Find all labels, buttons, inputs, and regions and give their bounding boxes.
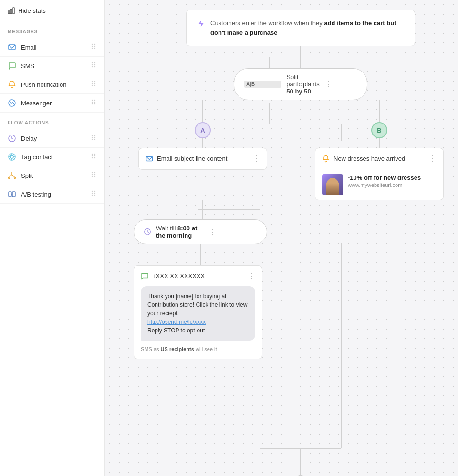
- connector-a-3: [202, 200, 203, 219]
- svg-point-9: [94, 48, 95, 49]
- svg-point-43: [94, 154, 95, 155]
- ab-badge: A|B: [244, 81, 281, 88]
- sms-icon: [8, 62, 16, 70]
- svg-point-16: [92, 81, 93, 82]
- notif-person: [326, 178, 339, 195]
- svg-rect-0: [8, 11, 10, 14]
- sidebar-item-ab[interactable]: A/B testing: [0, 185, 104, 204]
- drag-handle-ab[interactable]: [90, 190, 97, 198]
- svg-point-31: [94, 135, 95, 136]
- split-pill[interactable]: A|B Split participiants 50 by 50 ⋮: [234, 68, 367, 100]
- svg-point-17: [94, 81, 95, 82]
- svg-point-11: [94, 62, 95, 63]
- drag-handle-split[interactable]: [90, 171, 97, 180]
- messenger-icon: [8, 99, 16, 107]
- flow-container: Customers enter the workflow when they a…: [124, 10, 458, 359]
- sms-card-menu[interactable]: ⋮: [248, 271, 255, 280]
- svg-point-13: [94, 64, 95, 65]
- branch-a-col: A Email subject line content ⋮: [134, 100, 272, 200]
- bar-chart-icon: [8, 7, 15, 14]
- wait-pill-wrapper: Wait till 8:00 at the morning ⋮: [134, 219, 458, 244]
- drag-handle-sms[interactable]: [90, 62, 97, 70]
- wait-pill-menu[interactable]: ⋮: [209, 228, 257, 237]
- svg-point-28: [94, 103, 95, 104]
- drag-handle-delay[interactable]: [90, 134, 97, 143]
- svg-point-24: [94, 100, 95, 101]
- connector-wait-sms: [200, 244, 201, 265]
- svg-point-63: [94, 191, 95, 192]
- drag-handle-push[interactable]: [90, 80, 97, 89]
- svg-rect-2: [13, 8, 14, 14]
- svg-point-21: [94, 85, 95, 86]
- email-icon: [8, 43, 16, 52]
- sidebar-item-push[interactable]: Push notification: [0, 75, 104, 94]
- trigger-text: Customers enter the workflow when they a…: [210, 19, 405, 37]
- svg-point-64: [92, 193, 93, 194]
- svg-point-14: [92, 66, 93, 67]
- drag-handle-messenger[interactable]: [90, 99, 97, 107]
- sidebar-item-messenger[interactable]: Messenger: [0, 94, 104, 113]
- bell-icon: [322, 155, 330, 163]
- wait-pill[interactable]: Wait till 8:00 at the morning ⋮: [134, 219, 267, 244]
- svg-rect-1: [10, 9, 12, 14]
- svg-point-54: [94, 172, 95, 173]
- hide-stats-button[interactable]: Hide stats: [0, 0, 104, 21]
- svg-rect-60: [12, 192, 15, 197]
- email-card-title: Email subject line content: [157, 155, 227, 162]
- messages-section-label: MESSAGES: [0, 21, 104, 38]
- push-card-menu[interactable]: ⋮: [429, 154, 437, 163]
- email-card-menu[interactable]: ⋮: [252, 154, 260, 163]
- branch-a-badge: A: [195, 122, 211, 138]
- svg-point-4: [92, 44, 93, 45]
- email-card-icon: [146, 155, 153, 163]
- tag-icon: [8, 153, 16, 161]
- sms-card-header: +XXX XX XXXXXX ⋮: [134, 266, 262, 286]
- push-card-title: New dresses have arrived!: [333, 155, 407, 162]
- push-label: Push notification: [21, 81, 66, 88]
- a-branch-continue: [134, 200, 448, 219]
- sms-link[interactable]: http://osend.me/lc/xxxx: [147, 319, 206, 325]
- svg-point-30: [92, 135, 93, 136]
- svg-point-62: [92, 191, 93, 192]
- svg-point-57: [92, 176, 93, 177]
- svg-point-42: [92, 154, 93, 155]
- branch-spacer: [272, 100, 310, 200]
- svg-point-19: [94, 83, 95, 84]
- svg-point-10: [92, 62, 93, 63]
- push-card: New dresses have arrived! ⋮ -10% off for…: [315, 148, 444, 200]
- svg-point-53: [92, 172, 93, 173]
- notif-card-body: -10% off for new dresses www.mywebsiteur…: [315, 169, 443, 200]
- sidebar-item-email[interactable]: Email: [0, 38, 104, 57]
- a-branch-lower: [134, 200, 272, 219]
- svg-point-55: [92, 174, 93, 175]
- drag-handle-email[interactable]: [90, 43, 97, 52]
- svg-point-51: [9, 177, 10, 179]
- svg-point-8: [92, 48, 93, 49]
- hide-stats-label: Hide stats: [18, 7, 46, 14]
- sidebar: Hide stats MESSAGES Email SMS: [0, 0, 105, 476]
- svg-point-52: [14, 177, 16, 179]
- svg-rect-59: [9, 192, 11, 197]
- svg-point-26: [94, 102, 95, 103]
- sidebar-item-tag[interactable]: Tag contact: [0, 148, 104, 166]
- sidebar-item-sms[interactable]: SMS: [0, 57, 104, 75]
- sms-bubble: Thank you [name] for buying at Contribut…: [141, 286, 255, 341]
- sms-note: SMS as US recipients will see it: [134, 346, 262, 359]
- messenger-label: Messenger: [21, 100, 52, 107]
- svg-point-56: [94, 174, 95, 175]
- tag-label: Tag contact: [21, 154, 53, 161]
- sms-card: +XXX XX XXXXXX ⋮ Thank you [name] for bu…: [134, 265, 262, 359]
- sidebar-item-split[interactable]: Split: [0, 166, 104, 185]
- connector-b-2: [379, 138, 380, 148]
- drag-handle-tag[interactable]: [90, 153, 97, 161]
- split-icon: [8, 171, 16, 180]
- sidebar-item-delay[interactable]: Delay: [0, 129, 104, 148]
- delay-icon: [8, 134, 16, 143]
- svg-point-23: [92, 100, 93, 101]
- svg-point-12: [92, 64, 93, 65]
- split-text: Split participiants 50 by 50: [286, 73, 319, 95]
- branch-b-badge: B: [371, 122, 387, 138]
- trigger-text-prefix: Customers enter the workflow when they: [210, 20, 324, 27]
- split-pill-menu[interactable]: ⋮: [324, 80, 357, 89]
- notif-image: [322, 174, 343, 195]
